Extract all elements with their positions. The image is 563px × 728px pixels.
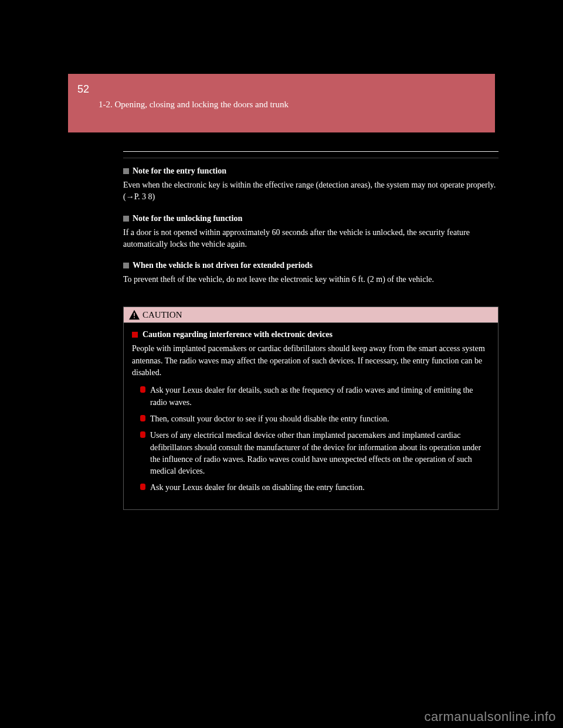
svg-rect-1 xyxy=(134,318,135,319)
caution-lead: People with implanted pacemakers or card… xyxy=(132,343,490,379)
note-title-text: Note for the unlocking function xyxy=(133,214,242,223)
note-unlocking-function: Note for the unlocking function If a doo… xyxy=(123,214,498,251)
content-area: Note for the entry function Even when th… xyxy=(123,151,498,510)
svg-rect-0 xyxy=(134,313,135,317)
page-number: 52 xyxy=(77,83,89,96)
pill-bullet-icon xyxy=(140,386,145,393)
caution-item: Then, consult your doctor to see if you … xyxy=(140,413,490,425)
note-extended-periods: When the vehicle is not driven for exten… xyxy=(123,261,498,285)
caution-item-text: Then, consult your doctor to see if you … xyxy=(150,413,389,425)
caution-header-label: CAUTION xyxy=(143,310,182,320)
caution-item: Users of any electrical medical device o… xyxy=(140,430,490,477)
note-heading: When the vehicle is not driven for exten… xyxy=(123,261,498,270)
rule-top xyxy=(123,151,498,152)
note-body-before: Even when the electronic key is within t… xyxy=(123,181,496,201)
caution-item-text: Ask your Lexus dealer for details on dis… xyxy=(150,482,365,494)
rule-thin xyxy=(123,158,498,158)
note-body: If a door is not opened within approxima… xyxy=(123,227,498,251)
warning-triangle-icon xyxy=(128,309,140,320)
caution-body: Caution regarding interference with elec… xyxy=(124,323,498,509)
caution-item-text: Users of any electrical medical device o… xyxy=(150,430,490,477)
square-bullet-red-icon xyxy=(132,332,138,338)
caution-item: Ask your Lexus dealer for details, such … xyxy=(140,385,490,409)
note-entry-function: Note for the entry function Even when th… xyxy=(123,166,498,203)
pill-bullet-icon xyxy=(140,415,145,421)
note-body-after: ) xyxy=(152,192,155,201)
note-title-text: When the vehicle is not driven for exten… xyxy=(133,261,313,270)
note-heading: Note for the entry function xyxy=(123,166,498,176)
square-bullet-icon xyxy=(123,216,129,222)
caution-title-text: Caution regarding interference with elec… xyxy=(143,330,333,339)
note-body: To prevent theft of the vehicle, do not … xyxy=(123,274,498,285)
page-reference-link[interactable]: →P. 3 8 xyxy=(126,192,152,201)
watermark: carmanualsonline.info xyxy=(424,709,556,724)
caution-title: Caution regarding interference with elec… xyxy=(132,330,490,339)
section-label: 1-2. Opening, closing and locking the do… xyxy=(99,100,289,110)
manual-page: 52 1-2. Opening, closing and locking the… xyxy=(0,0,563,728)
caution-item-text: Ask your Lexus dealer for details, such … xyxy=(150,385,490,409)
square-bullet-icon xyxy=(123,263,129,268)
square-bullet-icon xyxy=(123,168,129,174)
note-title-text: Note for the entry function xyxy=(133,166,226,176)
note-heading: Note for the unlocking function xyxy=(123,214,498,223)
pill-bullet-icon xyxy=(140,484,145,490)
caution-box: CAUTION Caution regarding interference w… xyxy=(123,307,498,509)
pill-bullet-icon xyxy=(140,431,145,438)
note-body: Even when the electronic key is within t… xyxy=(123,179,498,203)
caution-header: CAUTION xyxy=(124,307,498,323)
caution-item: Ask your Lexus dealer for details on dis… xyxy=(140,482,490,494)
